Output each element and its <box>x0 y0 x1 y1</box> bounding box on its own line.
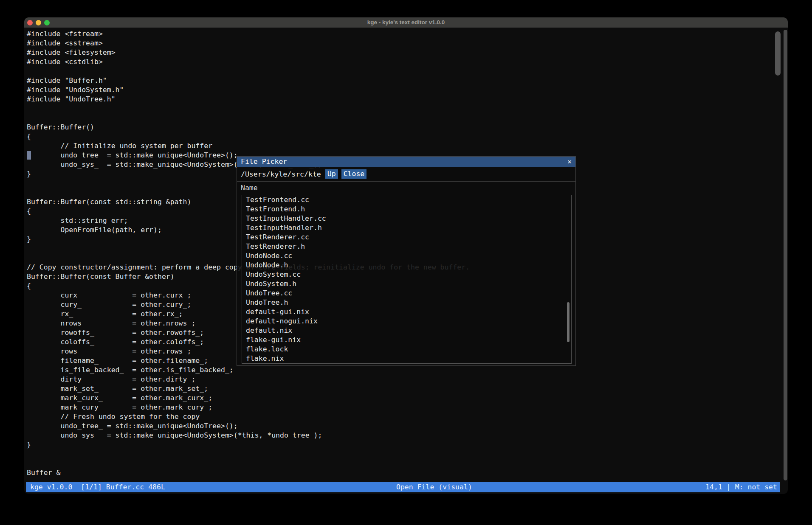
file-list-item[interactable]: default.nix <box>242 326 571 335</box>
status-mode: Open File (visual) <box>396 482 472 492</box>
file-list-item[interactable]: default-nogui.nix <box>242 317 571 326</box>
file-list-item[interactable]: flake.lock <box>242 345 571 354</box>
file-list: TestFrontend.ccTestFrontend.hTestInputHa… <box>242 195 572 364</box>
status-cursor-mark: 14,1 | M: not set <box>705 482 777 492</box>
up-button[interactable]: Up <box>325 169 338 179</box>
window-title: kge - kyle's text editor v1.0.0 <box>24 17 788 28</box>
file-list-item[interactable]: UndoSystem.cc <box>242 270 571 279</box>
file-list-item[interactable]: default-gui.nix <box>242 307 571 317</box>
text-cursor <box>27 151 31 160</box>
file-list-item[interactable]: TestInputHandler.cc <box>242 214 571 223</box>
file-picker-dialog: File Picker ✕ /Users/kyle/src/kte Up Clo… <box>237 156 576 366</box>
file-list-item[interactable]: TestRenderer.h <box>242 242 571 251</box>
file-picker-title: File Picker <box>241 157 287 167</box>
file-list-item[interactable]: TestInputHandler.h <box>242 223 571 233</box>
name-column-header: Name <box>241 183 258 193</box>
current-path: /Users/kyle/src/kte <box>241 170 321 178</box>
file-list-item[interactable]: TestFrontend.cc <box>242 195 571 205</box>
status-bar: kge v1.0.0 [1/1] Buffer.cc 486L Open Fil… <box>26 482 780 492</box>
file-list-item[interactable]: UndoTree.cc <box>242 289 571 298</box>
file-list-item[interactable]: UndoSystem.h <box>242 279 571 289</box>
file-list-item[interactable]: flake.nix <box>242 354 571 363</box>
close-icon[interactable]: ✕ <box>567 157 572 167</box>
file-picker-path-row: /Users/kyle/src/kte Up Close <box>237 167 575 181</box>
file-list-item[interactable]: UndoNode.h <box>242 261 571 270</box>
desktop: kge - kyle's text editor v1.0.0 #include… <box>0 0 812 525</box>
file-picker-titlebar: File Picker ✕ <box>237 157 575 167</box>
file-list-item[interactable]: flake-gui.nix <box>242 335 571 345</box>
file-list-item[interactable]: UndoTree.h <box>242 298 571 307</box>
close-button[interactable]: Close <box>341 169 367 179</box>
file-list-item[interactable]: TestFrontend.h <box>242 205 571 214</box>
file-list-item[interactable]: UndoNode.cc <box>242 251 571 261</box>
window-scrollbar-track[interactable] <box>784 30 787 480</box>
status-version-file: kge v1.0.0 [1/1] Buffer.cc 486L <box>30 482 165 492</box>
divider <box>237 181 575 182</box>
file-list-scrollbar-thumb[interactable] <box>567 302 570 342</box>
file-list-item[interactable]: TestRenderer.cc <box>242 233 571 242</box>
editor-scrollbar-thumb[interactable] <box>775 31 781 76</box>
window-titlebar: kge - kyle's text editor v1.0.0 <box>24 17 788 28</box>
